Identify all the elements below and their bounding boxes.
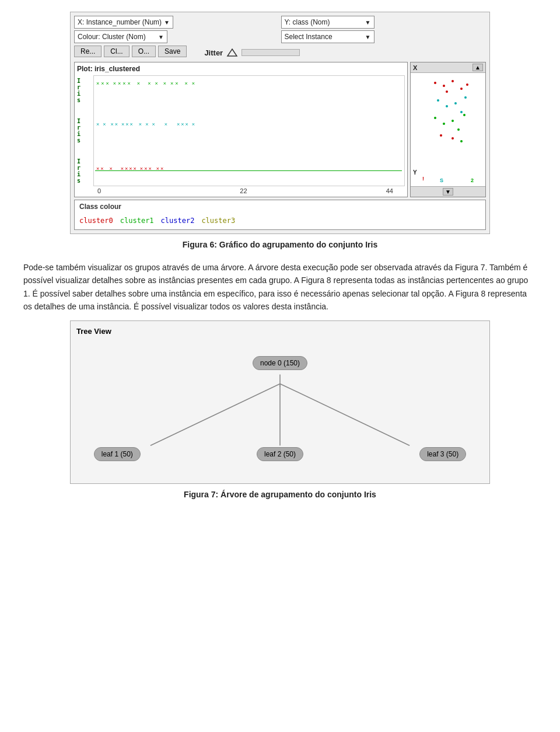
save-button[interactable]: Save xyxy=(158,46,187,57)
thumb-x-label: X xyxy=(413,64,417,71)
thumb-dot xyxy=(437,99,439,102)
jitter-label: Jitter xyxy=(204,48,223,57)
x-tick-44: 44 xyxy=(386,187,393,194)
top-bar: X: Instance_number (Num) ▼ Y: class (Nom… xyxy=(74,16,486,43)
select-instance-dropdown[interactable]: Select Instance ▼ xyxy=(281,30,374,43)
thumb-dot xyxy=(460,88,463,90)
thumb-inner: Y ! S 2 xyxy=(411,73,485,186)
cluster1-label: cluster1 xyxy=(120,217,154,225)
x-axis-ticks: 0 22 44 xyxy=(77,186,405,194)
svg-line-1 xyxy=(150,384,280,445)
scatter-plot-widget: X: Instance_number (Num) ▼ Y: class (Nom… xyxy=(70,12,490,234)
thumb-dot xyxy=(443,85,445,87)
row3-section: ×××××××××××× xyxy=(94,166,404,172)
thumb-dot xyxy=(457,128,460,131)
thumb-bottom-exclaim: ! xyxy=(422,176,424,182)
tree-leaf1-node: leaf 1 (50) xyxy=(94,447,141,461)
thumb-dot xyxy=(446,90,448,93)
thumb-header: X ▲ xyxy=(411,62,485,73)
tree-view-title: Tree View xyxy=(76,327,484,336)
o-button[interactable]: O... xyxy=(132,46,156,57)
thumb-dot xyxy=(443,123,445,125)
figure7-caption: Figura 7: Árvore de agrupamento do conju… xyxy=(23,490,537,499)
class-colour-title: Class colour xyxy=(79,203,481,211)
x-axis-row: X: Instance_number (Num) ▼ xyxy=(74,16,279,29)
tree-leaf3-node: leaf 3 (50) xyxy=(419,447,466,461)
plot-section: Plot: iris_clustered Iris Iris Iris × xyxy=(74,62,486,197)
thumb-dot xyxy=(454,102,457,104)
jitter-icon xyxy=(226,48,238,57)
x-axis-arrow-icon: ▼ xyxy=(164,19,170,26)
thumb-dot xyxy=(446,105,448,107)
row2-points: ××××××××××××××× xyxy=(94,121,404,127)
y-axis-row: Y: class (Nom) ▼ xyxy=(281,16,487,29)
y-label-iris3: Iris xyxy=(77,158,93,184)
cluster0-label: cluster0 xyxy=(79,217,113,225)
cluster3-label: cluster3 xyxy=(201,217,235,225)
thumb-dot xyxy=(466,83,468,86)
class-colour-section: Class colour cluster0 cluster1 cluster2 … xyxy=(74,200,486,230)
x-tick-0: 0 xyxy=(97,187,101,194)
cluster2-label: cluster2 xyxy=(161,217,195,225)
thumb-y-label: Y xyxy=(413,169,417,176)
svg-line-3 xyxy=(280,384,410,445)
svg-marker-0 xyxy=(228,49,237,56)
body-paragraph: Pode-se também visualizar os grupos atra… xyxy=(23,261,537,313)
colour-arrow-icon: ▼ xyxy=(158,34,164,40)
toolbar-buttons: Re... Cl... O... Save xyxy=(74,46,187,57)
thumb-dot xyxy=(464,96,467,99)
select-instance-row: Select Instance ▼ xyxy=(281,30,487,43)
y-label-iris1: Iris xyxy=(77,78,93,103)
jitter-section: Jitter xyxy=(204,48,300,57)
tree-view-widget: Tree View node 0 (150) leaf 1 (50) leaf … xyxy=(70,320,490,484)
plot-main: Plot: iris_clustered Iris Iris Iris × xyxy=(74,62,408,197)
row1-points: ××××××××××××××× xyxy=(94,81,404,86)
y-axis-dropdown[interactable]: Y: class (Nom) ▼ xyxy=(281,16,374,29)
thumb-footer: ▼ xyxy=(411,186,485,197)
thumb-dot xyxy=(452,120,454,122)
thumb-scroll-down[interactable]: ▼ xyxy=(443,188,453,196)
y-label-iris2: Iris xyxy=(77,118,93,144)
scatter-area: ××××××××××××××× ××××××××××××××× ××××××××… xyxy=(93,75,405,186)
select-instance-arrow-icon: ▼ xyxy=(365,34,371,40)
thumb-dot xyxy=(440,134,442,137)
colour-row: Colour: Cluster (Nom) ▼ xyxy=(74,30,279,43)
re-button[interactable]: Re... xyxy=(74,46,102,57)
tree-leaf2-node: leaf 2 (50) xyxy=(257,447,303,461)
thumb-dot xyxy=(460,140,463,142)
y-axis-arrow-icon: ▼ xyxy=(365,19,371,26)
thumb-dot xyxy=(452,80,454,82)
jitter-slider[interactable] xyxy=(242,49,300,56)
thumb-dot xyxy=(434,117,436,119)
thumb-dot xyxy=(463,114,466,116)
thumb-bottom-2: 2 xyxy=(471,177,474,183)
thumb-dot xyxy=(434,82,436,84)
cluster-labels: cluster0 cluster1 cluster2 cluster3 xyxy=(79,214,481,227)
thumb-scroll-up[interactable]: ▲ xyxy=(473,64,483,71)
thumb-bottom-s: S xyxy=(440,177,443,183)
thumb-dot xyxy=(452,137,454,140)
tree-root-node: node 0 (150) xyxy=(253,356,307,370)
thumbnail-panel: X ▲ xyxy=(410,62,486,197)
plot-title: Plot: iris_clustered xyxy=(77,65,405,73)
figure6-caption: Figura 6: Gráfico do agrupamento do conj… xyxy=(23,240,537,249)
x-axis-dropdown[interactable]: X: Instance_number (Num) ▼ xyxy=(74,16,173,29)
thumb-dot xyxy=(460,111,463,113)
tree-diagram: node 0 (150) leaf 1 (50) leaf 2 (50) lea… xyxy=(76,347,484,476)
y-axis-labels: Iris Iris Iris xyxy=(77,75,93,186)
cl-button[interactable]: Cl... xyxy=(104,46,129,57)
x-tick-22: 22 xyxy=(240,187,247,194)
colour-dropdown[interactable]: Colour: Cluster (Nom) ▼ xyxy=(74,30,167,43)
